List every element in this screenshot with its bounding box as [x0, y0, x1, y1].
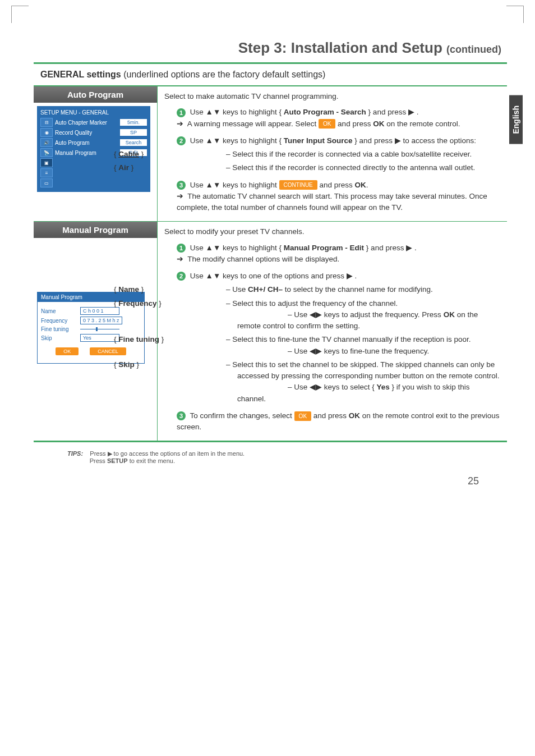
menu-title: SETUP MENU - GENERAL: [40, 109, 147, 116]
option-name: { Name }– Use CH+/ CH– to select by the …: [176, 284, 500, 295]
section-label: Auto Program: [34, 86, 157, 103]
disc-icon: ⊟: [40, 118, 53, 127]
step-badge-1: 1: [177, 244, 186, 253]
option-cable: { Cable }– Select this if the recorder i…: [176, 149, 500, 160]
title-sub: (continued): [446, 44, 501, 55]
step-3: 3 To confirm the changes, select OK and …: [164, 410, 500, 433]
step-badge-3: 3: [177, 411, 186, 420]
right-col: Select to modify your preset TV channels…: [158, 222, 507, 441]
step-2: 2 Use ▲▼ keys to highlight { Tuner Input…: [164, 135, 500, 146]
menu-value: 5min.: [120, 119, 147, 126]
clock-icon: ▣: [40, 158, 53, 167]
row-manual-program: Manual Program Manual Program NameC h 0 …: [34, 221, 507, 441]
menu-item: Auto Chapter Marker: [55, 120, 120, 126]
tips-footer: TIPS: Press ▶ to go access the options o…: [67, 450, 507, 464]
ok-pill: OK: [294, 411, 311, 421]
step-3: 3 Use ▲▼ keys to highlight CONTINUE and …: [164, 180, 500, 214]
sat-icon: 📡: [40, 148, 53, 157]
step-1: 1 Use ▲▼ keys to highlight { Manual Prog…: [164, 242, 500, 265]
ok-button: OK: [56, 347, 79, 355]
option-fine-tuning: { Fine tuning }– Select this to fine-tun…: [176, 334, 500, 357]
field-label: Name: [41, 308, 80, 314]
step-badge-1: 1: [177, 108, 186, 117]
field-value: 0 7 3 . 2 5 M h z: [80, 317, 122, 324]
row-auto-program: Auto Program SETUP MENU - GENERAL ⊟Auto …: [34, 86, 507, 221]
field-label: Frequency: [41, 318, 80, 324]
heading-rest: (underlined options are the factory defa…: [121, 70, 326, 79]
page-number: 25: [34, 475, 479, 487]
intro-text: Select to modify your preset TV channels…: [164, 226, 500, 237]
ok-pill: OK: [319, 119, 335, 129]
step-badge-3: 3: [177, 181, 186, 190]
cancel-button: CANCEL: [90, 347, 126, 355]
panel-heading: GENERAL settings (underlined options are…: [34, 64, 507, 86]
settings-panel: GENERAL settings (underlined options are…: [34, 62, 507, 442]
section-label: Manual Program: [34, 222, 157, 238]
option-frequency: { Frequency }– Select this to adjust the…: [176, 298, 500, 332]
list-icon: ≡: [40, 168, 53, 177]
fine-tuning-slider: [80, 329, 119, 329]
step-1: 1 Use ▲▼ keys to highlight { Auto Progra…: [164, 107, 500, 130]
intro-text: Select to make automatic TV channel prog…: [164, 91, 500, 102]
continue-pill: CONTINUE: [279, 180, 317, 190]
field-label: Skip: [41, 335, 80, 341]
title-main: Step 3: Installation and Setup: [238, 39, 446, 56]
step-2: 2 Use ▲▼ keys to one of the options and …: [164, 271, 500, 282]
option-skip: { Skip }– Select this to set the channel…: [176, 359, 500, 405]
language-tab: English: [509, 95, 523, 144]
menu-item: Manual Program: [55, 150, 120, 156]
page: Step 3: Installation and Setup (continue…: [0, 0, 535, 498]
right-col: Select to make automatic TV channel prog…: [158, 86, 507, 221]
left-col: Manual Program Manual Program NameC h 0 …: [34, 222, 158, 441]
heading-bold: GENERAL settings: [40, 70, 121, 79]
audio-icon: 🔊: [40, 138, 53, 147]
step-badge-2: 2: [177, 136, 186, 145]
page-title: Step 3: Installation and Setup (continue…: [34, 39, 507, 57]
crop-mark: [11, 6, 29, 23]
menu-item: Record Quality: [55, 130, 120, 136]
option-air: { Air }– Select this if the recorder is …: [176, 162, 500, 173]
crop-mark: [506, 6, 524, 23]
drive-icon: ▭: [40, 178, 53, 187]
field-label: Fine tuning: [41, 326, 80, 332]
step-badge-2: 2: [177, 272, 186, 281]
menu-item: Auto Program: [55, 140, 120, 146]
rec-icon: ◉: [40, 128, 53, 137]
menu-value: Search: [120, 139, 147, 146]
menu-value: SP: [120, 129, 147, 136]
